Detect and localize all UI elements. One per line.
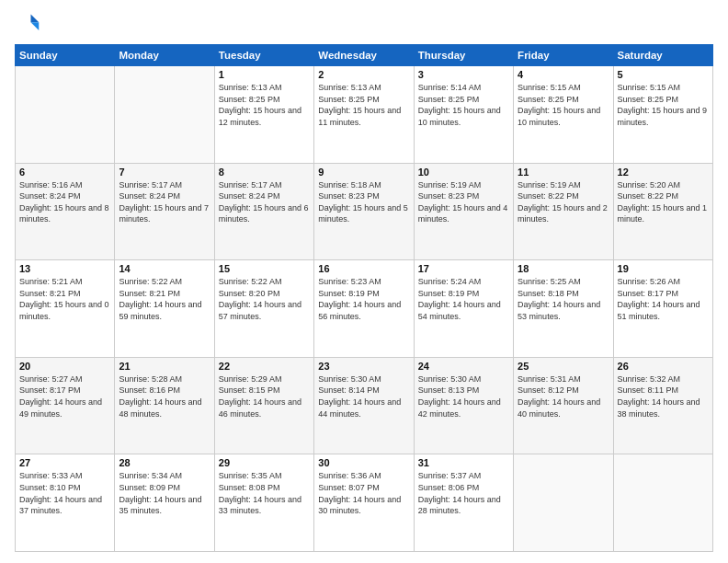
day-info: Sunrise: 5:29 AM Sunset: 8:15 PM Dayligh… — [219, 373, 310, 419]
day-number: 16 — [318, 263, 409, 274]
day-info: Sunrise: 5:16 AM Sunset: 8:24 PM Dayligh… — [19, 179, 110, 225]
day-info: Sunrise: 5:13 AM Sunset: 8:25 PM Dayligh… — [318, 82, 409, 128]
day-number: 12 — [618, 167, 709, 178]
day-number: 25 — [518, 361, 609, 372]
calendar-week-row: 1Sunrise: 5:13 AM Sunset: 8:25 PM Daylig… — [16, 66, 713, 164]
calendar-cell: 10Sunrise: 5:19 AM Sunset: 8:23 PM Dayli… — [414, 163, 513, 260]
day-info: Sunrise: 5:17 AM Sunset: 8:24 PM Dayligh… — [119, 179, 210, 225]
calendar-cell: 23Sunrise: 5:30 AM Sunset: 8:14 PM Dayli… — [314, 357, 414, 454]
day-info: Sunrise: 5:30 AM Sunset: 8:13 PM Dayligh… — [418, 373, 509, 419]
day-number: 30 — [318, 457, 409, 468]
day-info: Sunrise: 5:14 AM Sunset: 8:25 PM Dayligh… — [418, 82, 509, 128]
calendar-cell: 26Sunrise: 5:32 AM Sunset: 8:11 PM Dayli… — [613, 357, 712, 454]
calendar-cell: 17Sunrise: 5:24 AM Sunset: 8:19 PM Dayli… — [414, 260, 513, 358]
page: SundayMondayTuesdayWednesdayThursdayFrid… — [0, 0, 728, 563]
day-info: Sunrise: 5:18 AM Sunset: 8:23 PM Dayligh… — [318, 179, 409, 225]
logo-icon — [15, 11, 40, 37]
weekday-header-saturday: Saturday — [613, 45, 712, 66]
day-info: Sunrise: 5:37 AM Sunset: 8:06 PM Dayligh… — [418, 470, 509, 516]
calendar-cell: 12Sunrise: 5:20 AM Sunset: 8:22 PM Dayli… — [613, 163, 712, 260]
day-number: 15 — [219, 263, 310, 274]
svg-marker-0 — [31, 15, 40, 23]
day-number: 21 — [119, 361, 210, 372]
day-number: 27 — [19, 457, 110, 468]
day-info: Sunrise: 5:13 AM Sunset: 8:25 PM Dayligh… — [219, 82, 310, 128]
weekday-header-monday: Monday — [115, 45, 214, 66]
day-number: 23 — [318, 361, 409, 372]
day-info: Sunrise: 5:26 AM Sunset: 8:17 PM Dayligh… — [618, 276, 709, 322]
day-number: 6 — [19, 167, 110, 178]
day-number: 29 — [219, 457, 310, 468]
calendar-cell — [115, 66, 214, 164]
calendar-cell: 22Sunrise: 5:29 AM Sunset: 8:15 PM Dayli… — [214, 357, 313, 454]
calendar-cell: 29Sunrise: 5:35 AM Sunset: 8:08 PM Dayli… — [214, 454, 313, 552]
day-number: 24 — [418, 361, 509, 372]
day-number: 4 — [518, 69, 609, 80]
calendar-cell: 21Sunrise: 5:28 AM Sunset: 8:16 PM Dayli… — [115, 357, 214, 454]
weekday-header-row: SundayMondayTuesdayWednesdayThursdayFrid… — [16, 45, 713, 66]
header — [15, 11, 713, 37]
day-info: Sunrise: 5:34 AM Sunset: 8:09 PM Dayligh… — [119, 470, 210, 516]
day-number: 10 — [418, 167, 509, 178]
calendar-cell: 20Sunrise: 5:27 AM Sunset: 8:17 PM Dayli… — [16, 357, 115, 454]
calendar-cell: 25Sunrise: 5:31 AM Sunset: 8:12 PM Dayli… — [514, 357, 613, 454]
calendar-table: SundayMondayTuesdayWednesdayThursdayFrid… — [15, 44, 713, 552]
day-info: Sunrise: 5:19 AM Sunset: 8:22 PM Dayligh… — [518, 179, 609, 225]
calendar-cell: 14Sunrise: 5:22 AM Sunset: 8:21 PM Dayli… — [115, 260, 214, 358]
calendar-cell: 11Sunrise: 5:19 AM Sunset: 8:22 PM Dayli… — [514, 163, 613, 260]
day-number: 31 — [418, 457, 509, 468]
calendar-cell: 28Sunrise: 5:34 AM Sunset: 8:09 PM Dayli… — [115, 454, 214, 552]
calendar-cell: 3Sunrise: 5:14 AM Sunset: 8:25 PM Daylig… — [414, 66, 513, 164]
calendar-cell: 31Sunrise: 5:37 AM Sunset: 8:06 PM Dayli… — [414, 454, 513, 552]
day-info: Sunrise: 5:31 AM Sunset: 8:12 PM Dayligh… — [518, 373, 609, 419]
calendar-cell: 18Sunrise: 5:25 AM Sunset: 8:18 PM Dayli… — [514, 260, 613, 358]
calendar-week-row: 20Sunrise: 5:27 AM Sunset: 8:17 PM Dayli… — [16, 357, 713, 454]
calendar-week-row: 6Sunrise: 5:16 AM Sunset: 8:24 PM Daylig… — [16, 163, 713, 260]
day-number: 14 — [119, 263, 210, 274]
day-number: 28 — [119, 457, 210, 468]
calendar-cell: 27Sunrise: 5:33 AM Sunset: 8:10 PM Dayli… — [16, 454, 115, 552]
calendar-cell — [16, 66, 115, 164]
calendar-week-row: 13Sunrise: 5:21 AM Sunset: 8:21 PM Dayli… — [16, 260, 713, 358]
day-number: 3 — [418, 69, 509, 80]
day-number: 20 — [19, 361, 110, 372]
day-info: Sunrise: 5:25 AM Sunset: 8:18 PM Dayligh… — [518, 276, 609, 322]
calendar-cell: 6Sunrise: 5:16 AM Sunset: 8:24 PM Daylig… — [16, 163, 115, 260]
calendar-cell: 9Sunrise: 5:18 AM Sunset: 8:23 PM Daylig… — [314, 163, 414, 260]
day-number: 17 — [418, 263, 509, 274]
calendar-cell: 8Sunrise: 5:17 AM Sunset: 8:24 PM Daylig… — [214, 163, 313, 260]
day-info: Sunrise: 5:22 AM Sunset: 8:21 PM Dayligh… — [119, 276, 210, 322]
day-info: Sunrise: 5:15 AM Sunset: 8:25 PM Dayligh… — [518, 82, 609, 128]
calendar-cell: 1Sunrise: 5:13 AM Sunset: 8:25 PM Daylig… — [214, 66, 313, 164]
calendar-cell: 5Sunrise: 5:15 AM Sunset: 8:25 PM Daylig… — [613, 66, 712, 164]
calendar-cell: 4Sunrise: 5:15 AM Sunset: 8:25 PM Daylig… — [514, 66, 613, 164]
weekday-header-wednesday: Wednesday — [314, 45, 414, 66]
day-info: Sunrise: 5:30 AM Sunset: 8:14 PM Dayligh… — [318, 373, 409, 419]
day-info: Sunrise: 5:33 AM Sunset: 8:10 PM Dayligh… — [19, 470, 110, 516]
day-number: 1 — [219, 69, 310, 80]
day-number: 9 — [318, 167, 409, 178]
weekday-header-sunday: Sunday — [16, 45, 115, 66]
day-number: 5 — [618, 69, 709, 80]
day-info: Sunrise: 5:22 AM Sunset: 8:20 PM Dayligh… — [219, 276, 310, 322]
day-number: 11 — [518, 167, 609, 178]
day-info: Sunrise: 5:20 AM Sunset: 8:22 PM Dayligh… — [618, 179, 709, 225]
day-info: Sunrise: 5:24 AM Sunset: 8:19 PM Dayligh… — [418, 276, 509, 322]
day-info: Sunrise: 5:23 AM Sunset: 8:19 PM Dayligh… — [318, 276, 409, 322]
day-number: 13 — [19, 263, 110, 274]
calendar-cell: 30Sunrise: 5:36 AM Sunset: 8:07 PM Dayli… — [314, 454, 414, 552]
logo — [15, 11, 44, 37]
day-info: Sunrise: 5:17 AM Sunset: 8:24 PM Dayligh… — [219, 179, 310, 225]
calendar-cell: 2Sunrise: 5:13 AM Sunset: 8:25 PM Daylig… — [314, 66, 414, 164]
day-number: 8 — [219, 167, 310, 178]
day-number: 2 — [318, 69, 409, 80]
calendar-cell: 13Sunrise: 5:21 AM Sunset: 8:21 PM Dayli… — [16, 260, 115, 358]
day-info: Sunrise: 5:27 AM Sunset: 8:17 PM Dayligh… — [19, 373, 110, 419]
calendar-cell — [613, 454, 712, 552]
weekday-header-friday: Friday — [514, 45, 613, 66]
calendar-cell: 19Sunrise: 5:26 AM Sunset: 8:17 PM Dayli… — [613, 260, 712, 358]
day-number: 22 — [219, 361, 310, 372]
calendar-cell: 7Sunrise: 5:17 AM Sunset: 8:24 PM Daylig… — [115, 163, 214, 260]
day-info: Sunrise: 5:35 AM Sunset: 8:08 PM Dayligh… — [219, 470, 310, 516]
day-number: 7 — [119, 167, 210, 178]
